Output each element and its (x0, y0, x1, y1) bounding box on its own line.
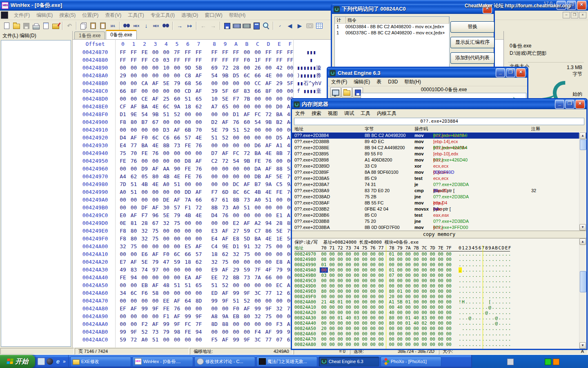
select-process-button[interactable] (330, 87, 341, 98)
memory-chip-button[interactable] (242, 21, 252, 31)
mb-menu-item[interactable]: 文件 (292, 109, 308, 118)
code-list-row[interactable]: 1006D378C - 8B 8C C2 A0498200 - mov ecx,… (335, 30, 449, 36)
winhex-menu-item[interactable]: 帮助(H) (226, 11, 249, 20)
dump-row[interactable]: 00824A7000000000000000000000000000000000… (294, 337, 586, 342)
copy-memory-bar[interactable]: copy memory (292, 231, 586, 238)
disasm-row[interactable]: 0??.exe+2D38B685 C0testeax,eax (292, 212, 586, 218)
opcode-column-header[interactable]: 操作码 (414, 126, 428, 132)
dump-row[interactable]: 00824A3080000140030000008000014083000000… (294, 315, 586, 321)
goto-offset-button[interactable]: → (175, 21, 185, 31)
clipboard-copy-button[interactable] (88, 21, 98, 31)
dump-row[interactable]: 00824A6000000000000000000000000000000000… (294, 331, 586, 337)
dump-row[interactable]: 0082499001000000000000000000000000000000… (294, 262, 586, 267)
open-folder-button[interactable] (11, 21, 21, 31)
disasm-row[interactable]: 0??.exe+2D38848B 8C C2 A0498200movecx,[e… (292, 132, 586, 139)
disasm-row[interactable]: 0??.exe+2D38AD75 2Bjne0??.exe+2D38DA (292, 194, 586, 200)
mb-menu-item[interactable]: 内核工具 (374, 109, 400, 118)
count-column-header[interactable]: 计 (335, 17, 346, 23)
disasm-row[interactable]: 0??.exe+2D38BA8B 0D 00FD7F00movecx,[0??.… (292, 224, 586, 231)
undo-button[interactable]: ↶ (65, 21, 74, 31)
goto-end-button[interactable]: ↦ (185, 21, 194, 31)
hex-find-button[interactable]: HEX (131, 21, 141, 31)
tab-0备份.exe[interactable]: 0备份.exe (106, 30, 136, 39)
task-forum[interactable]: 修改技术讨论 - C... (194, 357, 255, 367)
ce-menu-item[interactable]: 编辑(E) (350, 77, 373, 87)
mb-menu-item[interactable]: 调试 (341, 109, 357, 118)
dump-row[interactable]: 008249D000000000000000000000000000000000… (294, 283, 586, 289)
dump-scrollbar[interactable]: ▲ ▼ (579, 238, 586, 349)
hex-replace-button[interactable]: HEX (151, 21, 161, 31)
scroll-down-icon[interactable]: ▼ (579, 224, 586, 231)
winhex-menu-item[interactable]: 工具(T) (125, 11, 147, 20)
winhex-menu-item[interactable]: 搜索(S) (56, 11, 79, 20)
winhex-menu-item[interactable]: 选项(O) (178, 11, 201, 20)
find-again-button[interactable] (161, 21, 171, 31)
clipboard-paste-button[interactable] (98, 21, 108, 31)
task-ce[interactable]: Cheat Engine 6.3 (318, 357, 379, 367)
mb-close-button[interactable]: × (575, 100, 585, 109)
app-shortcut-icon[interactable] (38, 358, 45, 365)
disasm-row[interactable]: 0??.exe+2D38A774 31je0??.exe+2D38DA (292, 182, 586, 188)
mb-minimize-button[interactable]: _ (555, 100, 564, 109)
disassembly-scrollbar[interactable]: ▲ ▼ (579, 132, 586, 231)
mb-menu-item[interactable]: 搜索 (308, 109, 325, 118)
disasm-row[interactable]: 0??.exe+2D389589 55 F0mov[ebp-10],edx (292, 151, 586, 157)
winhex-menu-item[interactable]: 专业工具(I) (147, 11, 178, 20)
replace-button[interactable]: 替换 (450, 21, 494, 33)
disasm-row[interactable]: 0??.exe+2D38B875 20jne0??.exe+2D38DA (292, 218, 586, 224)
dark-app-icon[interactable] (47, 358, 53, 365)
winhex-menu-item[interactable]: 编辑(E) (33, 11, 56, 20)
export-disk-button[interactable] (222, 21, 232, 31)
disasm-row[interactable]: 0??.exe+2D38A585 C9testecx,ecx (292, 175, 586, 182)
orange-tray-icon[interactable] (553, 359, 559, 365)
disasm-row[interactable]: 0??.exe+2D38B20FBE 42 04movsxeax,byte pt… (292, 206, 586, 212)
edit-folder-button[interactable] (51, 21, 60, 31)
code-list-row[interactable]: 1006D3884 - 8B 8C C2 A0498200 - mov ecx,… (335, 24, 449, 30)
back-button[interactable]: ← (198, 21, 208, 31)
task-winhex[interactable]: HEXWinHex - [0备份.... (132, 357, 193, 367)
task-game[interactable]: 魔法门之英雄无敌... (256, 357, 317, 367)
mb-menu-item[interactable]: 工具 (357, 109, 374, 118)
disasm-row[interactable]: 0??.exe+2D3898A1 406D8200moveax,[0??.exe… (292, 157, 586, 163)
ce-menu-item[interactable]: 表 (373, 77, 385, 87)
dump-row[interactable]: 008249F000000000000000002000000000000000… (294, 294, 586, 299)
dump-row[interactable]: 008249E080000000000000008001000000000000… (294, 289, 586, 294)
bytes-column-header[interactable]: 字节 (365, 126, 374, 132)
dump-row[interactable]: 008249C000000000000000000000000000000000… (294, 278, 586, 283)
ce-maximize-button[interactable]: ❐ (506, 68, 515, 77)
dump-row[interactable]: 00824A2000000000000000004000000000000000… (294, 310, 586, 315)
winhex-menu-item[interactable]: 窗口(W) (201, 11, 225, 20)
mb-menu-item[interactable]: 视图 (325, 109, 341, 118)
next-position-button[interactable]: ▶ (295, 21, 305, 31)
ce-menu-item[interactable]: 帮助(H) (401, 77, 424, 87)
scroll-up-icon[interactable]: ▲ (579, 238, 586, 245)
task-folder[interactable]: EXE修改 (70, 357, 131, 367)
properties-button[interactable] (41, 21, 51, 31)
disasm-row[interactable]: 0??.exe+2D38A983 7D E0 20cmpdword ptr [e… (292, 188, 586, 194)
disasm-row[interactable]: 0??.exe+2D389D33 C9xorecx,ecx (292, 163, 586, 169)
winhex-menu-item[interactable]: 查看(V) (102, 11, 125, 20)
ce-open-button[interactable] (341, 87, 352, 98)
scrollbar-thumb[interactable] (580, 139, 586, 150)
address-column-header[interactable]: 地址 (294, 126, 303, 132)
keyboard-tray-icon[interactable] (507, 359, 514, 365)
calculator-button[interactable] (252, 21, 261, 31)
checksum-button[interactable]: ✓ (275, 21, 285, 31)
internet-explorer-icon[interactable]: e (55, 358, 61, 365)
mb-maximize-button[interactable]: ❐ (565, 100, 575, 109)
dump-row[interactable]: 008249A000000000000000000100000000000000… (294, 267, 586, 273)
start-button[interactable]: 开始 (0, 355, 35, 368)
data-grid-button[interactable] (314, 21, 324, 31)
disasm-row[interactable]: 0??.exe+2D389F8A 88 9DF60100movcl,[eax+0… (292, 169, 586, 175)
save-ram-button[interactable] (232, 21, 242, 31)
mdi-restore-button[interactable]: ❐ (571, 12, 578, 18)
dump-row[interactable]: 00824A002148010000000000A15B010000000000… (294, 299, 586, 305)
comment-column-header[interactable]: 注释 (531, 126, 540, 132)
scrollbar-thumb[interactable] (580, 271, 586, 292)
mdi-minimize-button[interactable]: – (563, 12, 570, 18)
disasm-row[interactable]: 0??.exe+2D388B89 4D ECmov[ebp-14],ecx (292, 139, 586, 145)
find-binoculars-button[interactable] (122, 21, 131, 31)
forward-button[interactable]: → (208, 21, 218, 31)
dump-row[interactable]: 008249B003000000000000000700000000000000… (294, 273, 586, 278)
new-file-button[interactable] (2, 21, 11, 31)
